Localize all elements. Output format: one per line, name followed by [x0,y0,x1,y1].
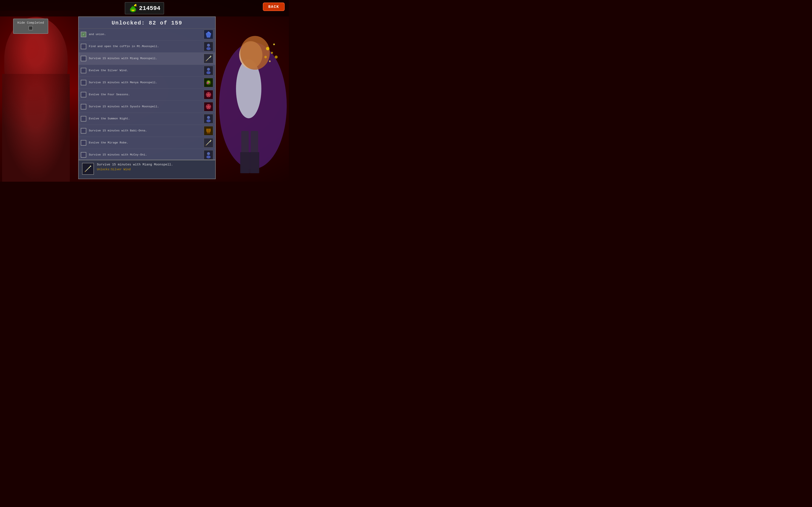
detail-text-block: Survive 15 minutes with Miang Moonspell.… [97,163,212,171]
achievement-text: Evolve the Silver Wind. [89,69,204,73]
achievement-checkbox[interactable] [81,116,86,121]
svg-point-28 [207,44,210,47]
achievement-item[interactable]: Survive 15 minutes with Syuuto Moonspell… [79,101,215,113]
hide-completed-button[interactable]: Hide Completed [13,18,48,34]
achievement-icon [204,30,213,39]
detail-unlock-text: Unlocks:Silver Wind [97,168,212,171]
panel-title: Unlocked: 82 of 159 [79,17,215,29]
svg-point-66 [89,167,90,168]
svg-rect-50 [207,129,210,133]
svg-point-47 [207,116,210,119]
svg-rect-51 [206,129,207,131]
svg-point-20 [133,9,135,11]
achievement-item[interactable]: Evolve the Silver Wind. [79,65,215,77]
svg-rect-52 [210,129,211,131]
achievement-icon [204,114,213,123]
achievement-icon [204,42,213,51]
svg-rect-13 [250,152,259,173]
achievement-list[interactable]: and union.Find and open the coffin in Mt… [79,29,215,160]
achievement-checkbox[interactable] [81,80,86,86]
achievement-text: Evolve the Summon Night. [89,117,204,121]
achievement-item[interactable]: Evolve the Mirage Robe. [79,137,215,149]
achievement-panel: Unlocked: 82 of 159 and union.Find and o… [78,16,216,160]
achievement-checkbox[interactable] [81,140,86,146]
header: 214594 BACK [0,0,289,16]
achievement-item[interactable]: and union. [79,29,215,41]
svg-point-9 [269,60,271,62]
achievement-item[interactable]: Evolve the Four Seasons. [79,89,215,101]
svg-point-22 [135,4,136,5]
svg-point-37 [206,71,211,74]
svg-point-60 [207,152,210,155]
svg-rect-53 [207,132,210,134]
svg-point-3 [240,36,270,70]
achievement-icon [204,150,213,160]
svg-point-34 [210,57,211,58]
svg-point-7 [273,44,275,45]
achievement-item[interactable]: Survive 15 minutes with Menya Moonspell. [79,77,215,89]
achievement-item[interactable]: Evolve the Summon Night. [79,113,215,125]
svg-point-61 [206,156,211,158]
svg-point-29 [206,47,211,50]
achievement-item[interactable]: Find and open the coffin in Mt.Moonspell… [79,41,215,53]
achievement-text: Find and open the coffin in Mt.Moonspell… [89,45,204,49]
currency-amount: 214594 [139,5,160,12]
svg-point-5 [271,52,273,54]
achievement-text: Evolve the Four Seasons. [89,93,204,97]
detail-icon [82,163,94,175]
achievement-text: and union. [89,33,204,37]
achievement-text: Evolve the Mirage Robe. [89,141,204,145]
achievement-text: Survive 15 minutes with Miang Moonspell. [89,57,204,61]
achievement-checkbox[interactable] [81,128,86,133]
coin-bag-icon [129,4,138,13]
achievement-item[interactable]: Survive 15 minutes with Miang Moonspell. [79,53,215,65]
achievement-icon [204,126,213,135]
achievement-text: Survive 15 minutes with Menya Moonspell. [89,81,204,85]
achievement-checkbox[interactable] [81,68,86,73]
achievement-icon [204,90,213,99]
achievement-checkbox[interactable] [81,152,86,158]
achievement-icon [204,138,213,148]
detail-panel: Survive 15 minutes with Miang Moonspell.… [78,160,216,179]
svg-point-23 [136,5,137,6]
achievement-checkbox[interactable] [81,44,86,49]
achievement-text: Survive 15 minutes with Babi-Onna. [89,129,204,133]
achievement-icon [204,102,213,111]
svg-point-67 [90,166,91,167]
achievement-checkbox[interactable] [81,32,86,37]
achievement-icon [204,78,213,87]
hide-completed-checkbox[interactable] [29,26,33,30]
achievement-icon [204,66,213,75]
svg-point-8 [275,56,277,59]
achievement-item[interactable]: Survive 15 minutes with Babi-Onna. [79,125,215,137]
svg-point-17 [132,6,134,8]
achievement-checkbox[interactable] [81,56,86,61]
svg-point-36 [207,68,210,71]
achievement-item[interactable]: Survive 15 minutes with McCoy-Oni. [79,149,215,160]
achievement-checkbox[interactable] [81,104,86,109]
achievement-checkbox[interactable] [81,92,86,97]
achievement-text: Survive 15 minutes with McCoy-Oni. [89,153,204,157]
svg-point-41 [207,82,209,84]
detail-main-text: Survive 15 minutes with Miang Moonspell. [97,163,212,166]
back-button[interactable]: BACK [263,3,285,11]
svg-point-48 [206,119,211,122]
achievement-icon [204,54,213,63]
achievement-text: Survive 15 minutes with Syuuto Moonspell… [89,105,204,109]
svg-rect-12 [240,152,250,173]
svg-point-58 [210,141,211,142]
currency-display: 214594 [125,2,164,14]
svg-point-4 [266,47,269,50]
svg-point-6 [264,56,267,58]
hide-completed-label: Hide Completed [17,21,44,25]
